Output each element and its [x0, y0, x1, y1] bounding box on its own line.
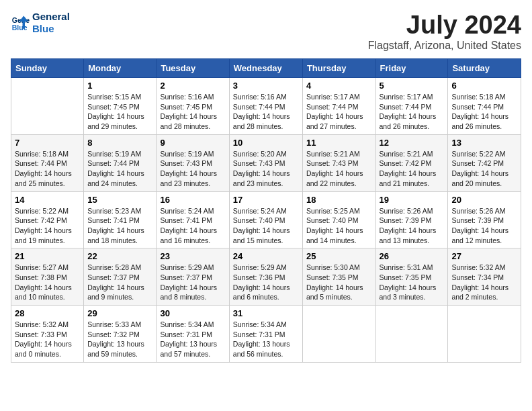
day-number: 28 — [15, 308, 80, 318]
day-info: Sunrise: 5:19 AM Sunset: 7:43 PM Dayligh… — [160, 149, 225, 189]
col-header-saturday: Saturday — [448, 59, 521, 78]
calendar-cell: 10Sunrise: 5:20 AM Sunset: 7:43 PM Dayli… — [229, 134, 302, 191]
calendar-cell: 26Sunrise: 5:31 AM Sunset: 7:35 PM Dayli… — [375, 248, 448, 306]
calendar-cell: 11Sunrise: 5:21 AM Sunset: 7:43 PM Dayli… — [302, 134, 375, 191]
day-number: 20 — [451, 195, 517, 205]
day-number: 4 — [306, 81, 372, 91]
calendar-cell: 21Sunrise: 5:27 AM Sunset: 7:38 PM Dayli… — [11, 248, 84, 306]
col-header-wednesday: Wednesday — [229, 59, 302, 78]
day-info: Sunrise: 5:17 AM Sunset: 7:44 PM Dayligh… — [380, 92, 445, 132]
day-number: 9 — [160, 138, 225, 148]
day-info: Sunrise: 5:34 AM Sunset: 7:31 PM Dayligh… — [160, 320, 225, 359]
calendar-week-2: 7Sunrise: 5:18 AM Sunset: 7:44 PM Daylig… — [11, 134, 521, 191]
calendar-cell: 4Sunrise: 5:17 AM Sunset: 7:44 PM Daylig… — [302, 78, 375, 135]
day-info: Sunrise: 5:22 AM Sunset: 7:42 PM Dayligh… — [451, 149, 517, 189]
calendar-cell: 3Sunrise: 5:16 AM Sunset: 7:44 PM Daylig… — [229, 78, 302, 135]
day-number: 26 — [380, 251, 445, 261]
col-header-sunday: Sunday — [11, 59, 84, 78]
day-number: 27 — [451, 251, 517, 261]
calendar-cell: 18Sunrise: 5:25 AM Sunset: 7:40 PM Dayli… — [302, 191, 375, 248]
calendar-cell: 9Sunrise: 5:19 AM Sunset: 7:43 PM Daylig… — [157, 134, 229, 191]
day-info: Sunrise: 5:22 AM Sunset: 7:42 PM Dayligh… — [15, 206, 80, 246]
calendar-cell: 5Sunrise: 5:17 AM Sunset: 7:44 PM Daylig… — [375, 78, 448, 135]
calendar-cell: 17Sunrise: 5:24 AM Sunset: 7:40 PM Dayli… — [229, 191, 302, 248]
calendar-cell: 19Sunrise: 5:26 AM Sunset: 7:39 PM Dayli… — [375, 191, 448, 248]
day-info: Sunrise: 5:16 AM Sunset: 7:45 PM Dayligh… — [160, 92, 225, 132]
day-info: Sunrise: 5:33 AM Sunset: 7:32 PM Dayligh… — [87, 320, 152, 359]
day-info: Sunrise: 5:24 AM Sunset: 7:41 PM Dayligh… — [160, 206, 225, 246]
day-number: 29 — [87, 308, 152, 318]
calendar-header: SundayMondayTuesdayWednesdayThursdayFrid… — [11, 59, 521, 78]
day-info: Sunrise: 5:15 AM Sunset: 7:45 PM Dayligh… — [87, 92, 152, 132]
day-info: Sunrise: 5:19 AM Sunset: 7:44 PM Dayligh… — [87, 149, 152, 189]
day-info: Sunrise: 5:17 AM Sunset: 7:44 PM Dayligh… — [306, 92, 372, 132]
calendar-table: SundayMondayTuesdayWednesdayThursdayFrid… — [11, 58, 521, 363]
calendar-cell: 1Sunrise: 5:15 AM Sunset: 7:45 PM Daylig… — [84, 78, 157, 135]
calendar-cell — [11, 78, 84, 135]
calendar-cell: 2Sunrise: 5:16 AM Sunset: 7:45 PM Daylig… — [157, 78, 229, 135]
day-number: 31 — [233, 308, 299, 318]
day-number: 3 — [233, 81, 299, 91]
day-info: Sunrise: 5:23 AM Sunset: 7:41 PM Dayligh… — [87, 206, 152, 246]
col-header-thursday: Thursday — [302, 59, 375, 78]
day-number: 19 — [380, 195, 445, 205]
day-number: 5 — [380, 81, 445, 91]
calendar-week-1: 1Sunrise: 5:15 AM Sunset: 7:45 PM Daylig… — [11, 78, 521, 135]
calendar-cell: 15Sunrise: 5:23 AM Sunset: 7:41 PM Dayli… — [84, 191, 157, 248]
day-info: Sunrise: 5:28 AM Sunset: 7:37 PM Dayligh… — [87, 263, 152, 302]
logo-text: General Blue — [32, 11, 70, 35]
calendar-cell: 22Sunrise: 5:28 AM Sunset: 7:37 PM Dayli… — [84, 248, 157, 306]
calendar-cell: 25Sunrise: 5:30 AM Sunset: 7:35 PM Dayli… — [302, 248, 375, 306]
calendar-cell: 29Sunrise: 5:33 AM Sunset: 7:32 PM Dayli… — [84, 306, 157, 363]
day-number: 15 — [87, 195, 152, 205]
calendar-cell: 28Sunrise: 5:32 AM Sunset: 7:33 PM Dayli… — [11, 306, 84, 363]
day-number: 30 — [160, 308, 225, 318]
header: General Blue General Blue July 2024 Flag… — [11, 11, 521, 52]
calendar-cell: 20Sunrise: 5:26 AM Sunset: 7:39 PM Dayli… — [448, 191, 521, 248]
col-header-monday: Monday — [84, 59, 157, 78]
day-info: Sunrise: 5:21 AM Sunset: 7:43 PM Dayligh… — [306, 149, 372, 189]
day-number: 22 — [87, 251, 152, 261]
day-info: Sunrise: 5:32 AM Sunset: 7:33 PM Dayligh… — [15, 320, 80, 359]
svg-text:Blue: Blue — [12, 24, 28, 32]
day-number: 12 — [380, 138, 445, 148]
day-info: Sunrise: 5:20 AM Sunset: 7:43 PM Dayligh… — [233, 149, 299, 189]
calendar-cell: 12Sunrise: 5:21 AM Sunset: 7:42 PM Dayli… — [375, 134, 448, 191]
day-number: 7 — [15, 138, 80, 148]
col-header-tuesday: Tuesday — [157, 59, 229, 78]
calendar-cell: 24Sunrise: 5:29 AM Sunset: 7:36 PM Dayli… — [229, 248, 302, 306]
day-number: 2 — [160, 81, 225, 91]
calendar-cell — [375, 306, 448, 363]
col-header-friday: Friday — [375, 59, 448, 78]
day-info: Sunrise: 5:18 AM Sunset: 7:44 PM Dayligh… — [15, 149, 80, 189]
calendar-cell: 27Sunrise: 5:32 AM Sunset: 7:34 PM Dayli… — [448, 248, 521, 306]
day-number: 13 — [451, 138, 517, 148]
day-number: 8 — [87, 138, 152, 148]
calendar-cell: 7Sunrise: 5:18 AM Sunset: 7:44 PM Daylig… — [11, 134, 84, 191]
calendar-week-5: 28Sunrise: 5:32 AM Sunset: 7:33 PM Dayli… — [11, 306, 521, 363]
day-info: Sunrise: 5:18 AM Sunset: 7:44 PM Dayligh… — [451, 92, 517, 132]
day-number: 11 — [306, 138, 372, 148]
page-subtitle: Flagstaff, Arizona, United States — [368, 40, 521, 52]
day-number: 16 — [160, 195, 225, 205]
day-info: Sunrise: 5:26 AM Sunset: 7:39 PM Dayligh… — [451, 206, 517, 246]
calendar-cell — [448, 306, 521, 363]
calendar-cell: 30Sunrise: 5:34 AM Sunset: 7:31 PM Dayli… — [157, 306, 229, 363]
day-info: Sunrise: 5:24 AM Sunset: 7:40 PM Dayligh… — [233, 206, 299, 246]
day-info: Sunrise: 5:26 AM Sunset: 7:39 PM Dayligh… — [380, 206, 445, 246]
calendar-cell: 6Sunrise: 5:18 AM Sunset: 7:44 PM Daylig… — [448, 78, 521, 135]
calendar-cell: 23Sunrise: 5:29 AM Sunset: 7:37 PM Dayli… — [157, 248, 229, 306]
calendar-cell: 13Sunrise: 5:22 AM Sunset: 7:42 PM Dayli… — [448, 134, 521, 191]
day-number: 17 — [233, 195, 299, 205]
logo: General Blue General Blue — [11, 11, 70, 35]
day-info: Sunrise: 5:32 AM Sunset: 7:34 PM Dayligh… — [451, 263, 517, 302]
calendar-cell: 31Sunrise: 5:34 AM Sunset: 7:31 PM Dayli… — [229, 306, 302, 363]
day-number: 10 — [233, 138, 299, 148]
day-number: 24 — [233, 251, 299, 261]
day-number: 21 — [15, 251, 80, 261]
day-number: 25 — [306, 251, 372, 261]
day-number: 14 — [15, 195, 80, 205]
calendar-cell: 14Sunrise: 5:22 AM Sunset: 7:42 PM Dayli… — [11, 191, 84, 248]
title-area: July 2024 Flagstaff, Arizona, United Sta… — [368, 11, 521, 52]
calendar-week-4: 21Sunrise: 5:27 AM Sunset: 7:38 PM Dayli… — [11, 248, 521, 306]
